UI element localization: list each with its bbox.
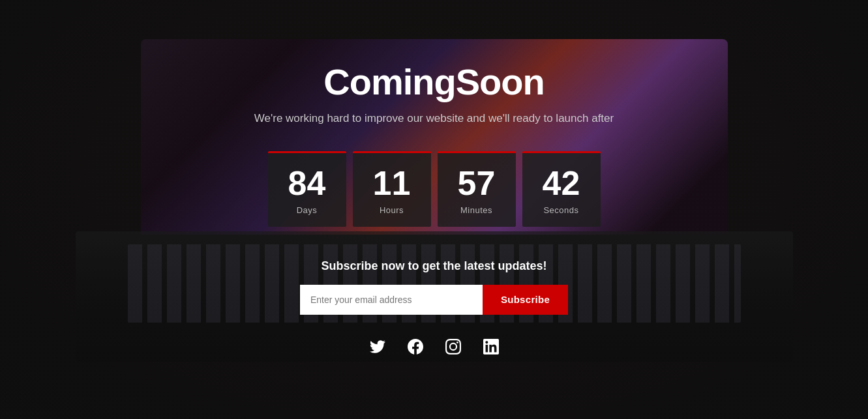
facebook-icon[interactable] bbox=[403, 334, 428, 359]
minutes-value: 57 bbox=[447, 166, 506, 200]
seconds-value: 42 bbox=[532, 166, 591, 200]
page-title: ComingSoon bbox=[13, 61, 855, 103]
countdown-minutes: 57 Minutes bbox=[438, 151, 516, 227]
main-container: ComingSoon We're working hard to improve… bbox=[0, 61, 868, 359]
subscribe-button[interactable]: Subscribe bbox=[483, 285, 568, 315]
subscribe-title: Subscribe now to get the latest updates! bbox=[13, 259, 855, 273]
countdown-timer: 84 Days 11 Hours 57 Minutes 42 Seconds bbox=[13, 151, 855, 227]
minutes-label: Minutes bbox=[447, 205, 506, 215]
subscribe-form: Subscribe bbox=[13, 285, 855, 315]
countdown-seconds: 42 Seconds bbox=[522, 151, 601, 227]
countdown-days: 84 Days bbox=[268, 151, 346, 227]
subtitle: We're working hard to improve our websit… bbox=[13, 112, 855, 125]
hours-value: 11 bbox=[363, 166, 421, 200]
instagram-icon[interactable] bbox=[441, 334, 466, 359]
days-label: Days bbox=[278, 205, 337, 215]
countdown-hours: 11 Hours bbox=[353, 151, 431, 227]
subscribe-section: Subscribe now to get the latest updates!… bbox=[13, 259, 855, 315]
email-input[interactable] bbox=[300, 285, 483, 315]
hours-label: Hours bbox=[363, 205, 421, 215]
twitter-icon[interactable] bbox=[365, 334, 390, 359]
linkedin-icon[interactable] bbox=[479, 334, 503, 359]
seconds-label: Seconds bbox=[532, 205, 591, 215]
social-links bbox=[13, 334, 855, 359]
days-value: 84 bbox=[278, 166, 337, 200]
